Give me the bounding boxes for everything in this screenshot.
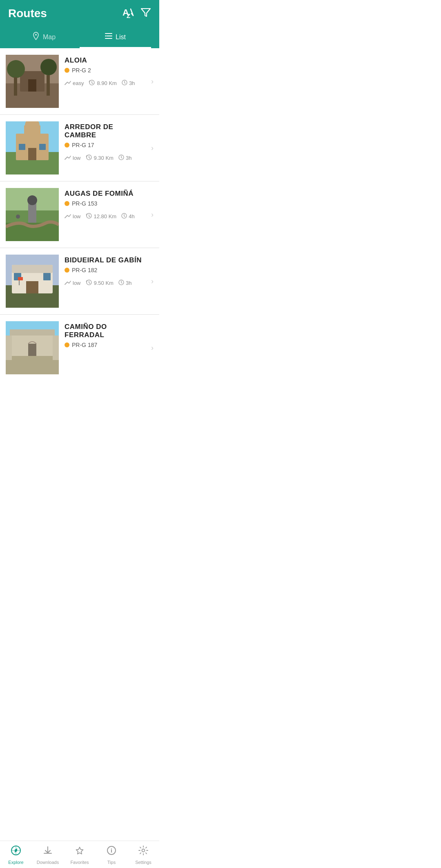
- duration-meta: 3h: [118, 280, 131, 286]
- route-info: ALOIA PR-G 2 easy 8.90 Km: [59, 55, 159, 108]
- distance-icon: [89, 79, 95, 87]
- clock-icon: [121, 213, 127, 220]
- route-code: PR-G 17: [65, 142, 143, 148]
- difficulty-meta: easy: [65, 80, 84, 87]
- difficulty-value: low: [73, 213, 81, 219]
- route-thumbnail: [6, 321, 59, 374]
- route-name: ARREDOR DE CAMBRE: [65, 123, 143, 139]
- chevron-right-icon: ›: [151, 210, 154, 219]
- svg-rect-24: [28, 148, 36, 160]
- svg-rect-16: [47, 75, 50, 96]
- svg-rect-43: [43, 273, 51, 280]
- route-item[interactable]: ARREDOR DE CAMBRE PR-G 17 low 9.30 Km: [0, 115, 159, 181]
- route-meta: easy 8.90 Km 3h: [65, 79, 143, 87]
- tab-list-label: List: [116, 34, 126, 41]
- svg-text:Z: Z: [127, 12, 130, 18]
- route-name: CAMIÑO DO FERRADAL: [65, 323, 143, 339]
- tab-map[interactable]: Map: [8, 27, 80, 48]
- difficulty-value: low: [73, 155, 81, 161]
- svg-point-4: [35, 34, 37, 36]
- duration-value: 3h: [126, 155, 131, 161]
- svg-rect-44: [18, 277, 23, 280]
- difficulty-icon: [65, 80, 71, 87]
- tab-list[interactable]: List: [80, 27, 151, 48]
- svg-rect-26: [39, 144, 46, 150]
- route-info: BIDUEIRAL DE GABÍN PR-G 182 low 9.50 Km: [59, 255, 159, 308]
- difficulty-meta: low: [65, 280, 81, 286]
- difficulty-icon: [65, 280, 71, 286]
- clock-icon: [118, 154, 124, 161]
- route-meta: low 9.30 Km 3h: [65, 154, 143, 162]
- svg-rect-53: [53, 336, 59, 360]
- svg-rect-15: [14, 77, 17, 96]
- route-item[interactable]: CAMIÑO DO FERRADAL PR-G 187 ›: [0, 315, 159, 381]
- svg-rect-45: [19, 280, 20, 285]
- header-top: Routes A Z: [8, 7, 151, 25]
- svg-point-14: [40, 59, 57, 75]
- difficulty-meta: low: [65, 213, 81, 220]
- route-item[interactable]: ALOIA PR-G 2 easy 8.90 Km: [0, 48, 159, 115]
- route-thumbnail: [6, 121, 59, 174]
- distance-value: 12.80 Km: [94, 213, 117, 219]
- sort-icon[interactable]: A Z: [122, 7, 134, 20]
- chevron-right-icon: ›: [151, 277, 154, 286]
- route-info: ARREDOR DE CAMBRE PR-G 17 low 9.30 Km: [59, 121, 159, 174]
- chevron-right-icon: ›: [151, 77, 154, 86]
- difficulty-icon: [65, 213, 71, 220]
- page-title: Routes: [8, 7, 47, 20]
- difficulty-icon: [65, 155, 71, 161]
- route-thumbnail: [6, 255, 59, 308]
- svg-rect-32: [28, 202, 36, 223]
- difficulty-meta: low: [65, 155, 81, 161]
- difficulty-dot: [65, 342, 69, 347]
- distance-meta: 9.50 Km: [86, 279, 114, 287]
- difficulty-value: low: [73, 280, 81, 286]
- duration-meta: 4h: [121, 213, 134, 220]
- route-item[interactable]: BIDUEIRAL DE GABÍN PR-G 182 low 9.50 Km: [0, 248, 159, 315]
- svg-rect-54: [28, 344, 36, 356]
- route-name: ALOIA: [65, 56, 143, 65]
- route-meta: low 9.50 Km 3h: [65, 279, 143, 287]
- header-actions: A Z: [122, 7, 151, 20]
- route-code-text: PR-G 153: [72, 200, 97, 207]
- route-name: BIDUEIRAL DE GABÍN: [65, 256, 143, 264]
- route-info: AUGAS DE FOMIÑÁ PR-G 153 low 12.80 Km: [59, 188, 159, 241]
- route-code-text: PR-G 182: [72, 267, 97, 273]
- route-code-text: PR-G 187: [72, 342, 97, 348]
- route-code: PR-G 2: [65, 67, 143, 74]
- route-item[interactable]: AUGAS DE FOMIÑÁ PR-G 153 low 12.80 Km: [0, 181, 159, 248]
- route-code-text: PR-G 17: [72, 142, 94, 148]
- clock-icon: [118, 280, 124, 286]
- duration-value: 4h: [129, 213, 134, 219]
- filter-icon[interactable]: [140, 7, 151, 20]
- difficulty-dot: [65, 143, 69, 148]
- distance-meta: 8.90 Km: [89, 79, 116, 87]
- route-meta: low 12.80 Km 4h: [65, 213, 143, 220]
- distance-icon: [86, 213, 92, 220]
- svg-rect-40: [12, 265, 53, 273]
- view-tabs: Map List: [8, 27, 151, 48]
- difficulty-dot: [65, 68, 69, 73]
- chevron-right-icon: ›: [151, 344, 154, 352]
- route-code: PR-G 187: [65, 342, 143, 348]
- tab-map-label: Map: [43, 34, 56, 41]
- route-name: AUGAS DE FOMIÑÁ: [65, 190, 143, 198]
- difficulty-value: easy: [73, 80, 84, 86]
- route-code: PR-G 153: [65, 200, 143, 207]
- route-thumbnail: [6, 55, 59, 108]
- difficulty-dot: [65, 201, 69, 206]
- distance-icon: [86, 154, 92, 162]
- distance-icon: [86, 279, 92, 287]
- svg-rect-51: [10, 329, 55, 336]
- list-icon: [105, 33, 112, 41]
- chevron-right-icon: ›: [151, 144, 154, 152]
- route-thumbnail: [6, 188, 59, 241]
- distance-value: 9.30 Km: [94, 155, 114, 161]
- route-code-text: PR-G 2: [72, 67, 91, 74]
- route-list: ALOIA PR-G 2 easy 8.90 Km: [0, 48, 159, 381]
- duration-meta: 3h: [118, 154, 131, 161]
- svg-point-33: [27, 195, 37, 205]
- clock-icon: [122, 80, 127, 87]
- duration-meta: 3h: [122, 80, 135, 87]
- svg-point-13: [7, 60, 25, 78]
